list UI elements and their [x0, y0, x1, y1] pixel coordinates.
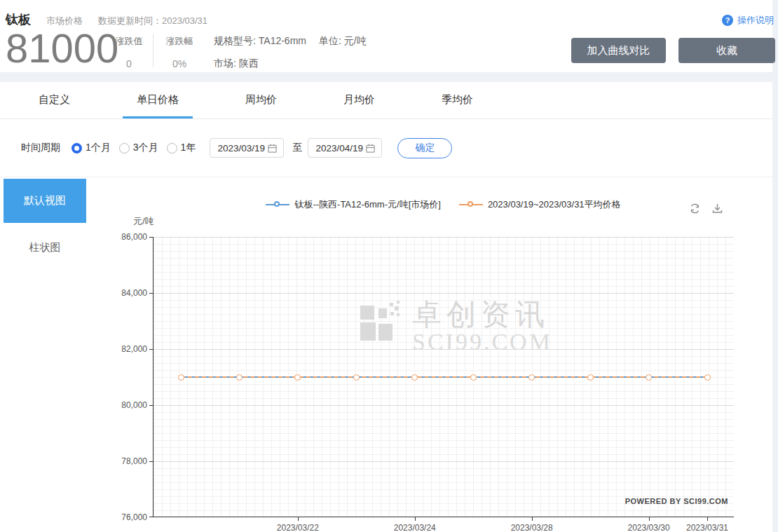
tab-4[interactable]: 季均价 [428, 82, 487, 118]
y-tick-label: 84,000 [121, 288, 147, 298]
chart-toolbar [689, 203, 723, 214]
legend-marker-icon [266, 201, 289, 208]
watermark: 卓创资讯 SCI99.COM [360, 300, 552, 355]
download-icon[interactable] [711, 203, 723, 214]
series-line-1 [181, 376, 707, 378]
y-tick-label: 78,000 [121, 456, 147, 466]
watermark-en: SCI99.COM [412, 329, 552, 355]
question-icon: ? [722, 15, 733, 26]
legend-label: 钛板--陕西-TA12-6mm-元/吨[市场价] [294, 198, 440, 211]
y-tick-mark [149, 293, 153, 294]
x-tick-label: 2023/03/24 [394, 523, 436, 532]
refresh-icon[interactable] [689, 203, 701, 214]
radio-label: 3个月 [133, 142, 158, 154]
tab-0[interactable]: 自定义 [25, 82, 84, 118]
y-tick-mark [149, 349, 153, 350]
y-tick-mark [149, 405, 153, 406]
x-tick-mark [707, 517, 708, 521]
chart-section: 默认视图柱状图 钛板--陕西-TA12-6mm-元/吨[市场价]2023/03/… [0, 177, 772, 532]
spec-market: 市场: 陕西 [214, 57, 306, 70]
y-tick-label: 80,000 [121, 400, 147, 410]
header-card: 钛板 市场价格 数据更新时间：2023/03/31 81000 涨跌值 0 涨跌… [0, 0, 772, 72]
data-point [294, 374, 301, 381]
data-point [236, 374, 243, 381]
tab-1[interactable]: 单日价格 [123, 82, 193, 118]
legend-item-0[interactable]: 钛板--陕西-TA12-6mm-元/吨[市场价] [266, 198, 440, 211]
spec-block: 规格型号: TA12-6mm 市场: 陕西 [214, 35, 306, 70]
data-point [470, 374, 477, 381]
unit-label: 单位: 元/吨 [319, 35, 367, 48]
divider [153, 34, 153, 67]
watermark-cn: 卓创资讯 [412, 300, 552, 329]
x-tick-mark [649, 517, 650, 521]
change-value-block: 涨跌值 0 [111, 35, 147, 69]
data-point [646, 374, 652, 381]
data-point [353, 374, 360, 381]
period-radio-0[interactable]: 1个月 [71, 142, 111, 154]
update-time-label: 数据更新时间： [98, 15, 162, 26]
help-label: 操作说明 [737, 14, 774, 27]
date-to-value: 2023/04/19 [315, 143, 363, 154]
favorite-button[interactable]: 收藏 [678, 38, 775, 63]
tab-3[interactable]: 月均价 [329, 82, 389, 118]
period-radio-1[interactable]: 3个月 [119, 142, 158, 154]
confirm-button[interactable]: 确定 [397, 138, 452, 158]
y-tick-label: 76,000 [121, 512, 147, 522]
y-tick-mark [149, 237, 153, 238]
plot-area: 卓创资讯 SCI99.COM POWERED BY SCI99.COM 86,0… [153, 237, 734, 517]
change-value: 0 [111, 58, 147, 69]
sidebar-item-0[interactable]: 默认视图 [4, 179, 86, 223]
data-point [411, 374, 418, 381]
period-radio-2[interactable]: 1年 [167, 142, 196, 154]
legend-label: 2023/03/19~2023/03/31平均价格 [488, 198, 621, 211]
legend-marker-circle [274, 201, 280, 207]
tabs: 自定义单日价格周均价月均价季均价 [0, 82, 772, 119]
period-radio-group: 1个月3个月1年 [71, 142, 204, 154]
radio-icon [71, 143, 82, 154]
filter-row: 时间周期 1个月3个月1年 2023/03/19 至 2023/04/19 确定 [0, 119, 772, 177]
data-point [587, 374, 594, 381]
update-time-value: 2023/03/31 [162, 15, 207, 26]
help-link[interactable]: ? 操作说明 [722, 14, 774, 27]
powered-by: POWERED BY SCI99.COM [625, 497, 728, 505]
sci99-logo-icon [360, 300, 401, 343]
y-axis-unit: 元/吨 [133, 215, 154, 228]
tab-2[interactable]: 周均价 [231, 82, 291, 118]
change-pct-value: 0% [161, 58, 198, 69]
calendar-icon [365, 143, 376, 154]
current-price: 81000 [6, 28, 118, 69]
data-point [178, 374, 184, 381]
date-to-input[interactable]: 2023/04/19 [308, 138, 382, 158]
change-value-label: 涨跌值 [111, 35, 147, 48]
y-tick-label: 86,000 [121, 232, 147, 242]
date-from-input[interactable]: 2023/03/19 [210, 138, 284, 158]
legend-item-1[interactable]: 2023/03/19~2023/03/31平均价格 [459, 198, 621, 211]
main-card: 自定义单日价格周均价月均价季均价 时间周期 1个月3个月1年 2023/03/1… [0, 82, 772, 532]
x-tick-mark [532, 517, 533, 521]
x-tick-label: 2023/03/31 [686, 523, 728, 532]
chart-legend: 钛板--陕西-TA12-6mm-元/吨[市场价]2023/03/19~2023/… [153, 198, 734, 211]
period-label: 时间周期 [21, 142, 60, 154]
y-tick-mark [149, 461, 153, 462]
x-tick-label: 2023/03/22 [277, 523, 319, 532]
legend-marker-circle [468, 201, 473, 207]
to-label: 至 [292, 142, 302, 154]
x-tick-mark [415, 517, 416, 521]
x-tick-label: 2023/03/30 [628, 523, 670, 532]
x-tick-mark [298, 517, 299, 521]
radio-label: 1年 [181, 142, 196, 154]
radio-label: 1个月 [86, 142, 111, 154]
data-point [704, 374, 711, 381]
spec-model: 规格型号: TA12-6mm [214, 35, 306, 48]
change-pct-block: 涨跌幅 0% [161, 35, 198, 69]
date-from-value: 2023/03/19 [217, 143, 265, 154]
sidebar-item-1[interactable]: 柱状图 [4, 239, 86, 256]
legend-marker-icon [459, 201, 483, 208]
data-point [528, 374, 535, 381]
x-tick-label: 2023/03/28 [511, 523, 553, 532]
radio-icon [119, 143, 130, 154]
change-pct-label: 涨跌幅 [161, 35, 198, 48]
radio-icon [167, 143, 177, 154]
y-tick-label: 82,000 [121, 344, 147, 354]
add-curve-compare-button[interactable]: 加入曲线对比 [571, 38, 666, 63]
